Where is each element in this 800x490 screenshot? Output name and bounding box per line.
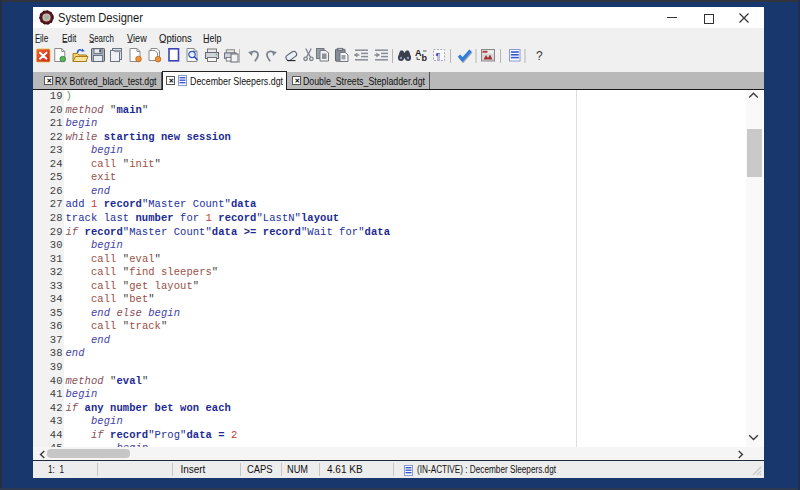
- svg-text:¶: ¶: [436, 51, 441, 61]
- svg-text:b: b: [422, 53, 428, 63]
- svg-text:?: ?: [536, 49, 543, 63]
